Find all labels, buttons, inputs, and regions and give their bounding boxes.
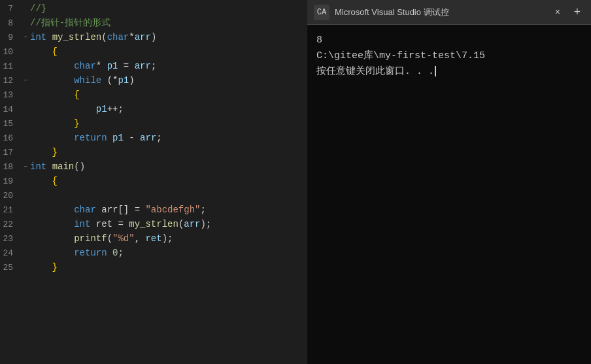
code-text: return p1 - arr; <box>30 131 162 145</box>
fold-button[interactable]: − <box>21 77 30 84</box>
terminal-output-line1: 8 <box>316 33 582 48</box>
code-text: } <box>30 260 58 274</box>
code-text: char arr[] = "abcdefgh"; <box>30 203 206 217</box>
code-row: 9−int my_strlen(char*arr) <box>0 30 211 44</box>
main-layout: 7//}8//指针-指针的形式9−int my_strlen(char*arr)… <box>0 0 591 364</box>
code-row: 12− while (*p1) <box>0 73 211 88</box>
line-number: 18 <box>0 162 18 172</box>
code-row: 19 { <box>0 174 211 188</box>
code-row: 11 char* p1 = arr; <box>0 59 211 73</box>
code-row: 20 <box>0 188 211 203</box>
code-row: 17 } <box>0 145 211 159</box>
code-row: 24 return 0; <box>0 246 211 260</box>
code-text: int my_strlen(char*arr) <box>30 30 156 44</box>
code-row: 7//} <box>0 1 211 16</box>
line-number: 20 <box>0 191 18 201</box>
line-number: 25 <box>0 263 18 273</box>
line-number: 12 <box>0 76 18 86</box>
line-number: 21 <box>0 205 18 215</box>
terminal-output-line3: 按任意键关闭此窗口. . . <box>316 64 582 80</box>
code-row: 16 return p1 - arr; <box>0 131 211 145</box>
line-number: 22 <box>0 220 18 229</box>
line-number: 7 <box>0 4 18 14</box>
terminal-add-button[interactable]: + <box>570 5 584 20</box>
code-text: //} <box>30 1 46 16</box>
code-text: printf("%d", ret); <box>30 231 173 246</box>
line-number: 15 <box>0 119 18 129</box>
code-text: char* p1 = arr; <box>30 59 156 73</box>
code-row: 23 printf("%d", ret); <box>0 231 211 246</box>
code-text: int main() <box>30 159 85 174</box>
line-number: 24 <box>0 248 18 258</box>
line-number: 9 <box>0 33 18 42</box>
terminal-titlebar: CA Microsoft Visual Studio 调试控 × + <box>307 0 591 25</box>
terminal-icon-label: CA <box>317 8 326 17</box>
line-number: 10 <box>0 47 18 57</box>
code-text: int ret = my_strlen(arr); <box>30 217 211 231</box>
code-row: 22 int ret = my_strlen(arr); <box>0 217 211 231</box>
line-number: 19 <box>0 176 18 186</box>
code-row: 14 p1++; <box>0 102 211 116</box>
terminal-close-button[interactable]: × <box>550 5 565 20</box>
fold-button[interactable]: − <box>21 163 30 171</box>
line-number: 13 <box>0 90 18 100</box>
terminal-output-line2: C:\gitee库\my-first-test\7.15 <box>316 48 582 64</box>
code-editor[interactable]: 7//}8//指针-指针的形式9−int my_strlen(char*arr)… <box>0 0 211 364</box>
line-number: 17 <box>0 148 18 157</box>
cursor <box>435 66 436 76</box>
line-number: 8 <box>0 18 18 28</box>
terminal-title: Microsoft Visual Studio 调试控 <box>335 7 545 18</box>
code-text: { <box>30 88 80 102</box>
code-text: p1++; <box>30 102 124 116</box>
code-row: 13 { <box>0 88 211 102</box>
code-text: return 0; <box>30 246 124 260</box>
code-row: 15 } <box>0 116 211 131</box>
line-number: 16 <box>0 133 18 143</box>
line-number: 11 <box>0 61 18 71</box>
code-row: 18−int main() <box>0 159 211 174</box>
code-text: } <box>30 145 58 159</box>
line-number: 14 <box>0 105 18 114</box>
code-row: 21 char arr[] = "abcdefgh"; <box>0 203 211 217</box>
code-row: 10 { <box>0 44 211 59</box>
code-row: 8//指针-指针的形式 <box>0 16 211 30</box>
fold-button[interactable]: − <box>21 34 30 41</box>
code-row: 25 } <box>0 260 211 274</box>
terminal-panel: CA Microsoft Visual Studio 调试控 × + 8 C:\… <box>307 0 591 364</box>
terminal-icon: CA <box>314 5 329 20</box>
code-text: { <box>30 44 58 59</box>
editor-panel: 7//}8//指针-指针的形式9−int my_strlen(char*arr)… <box>0 0 307 364</box>
terminal-body[interactable]: 8 C:\gitee库\my-first-test\7.15 按任意键关闭此窗口… <box>307 25 591 364</box>
line-number: 23 <box>0 234 18 244</box>
code-text: while (*p1) <box>30 73 135 88</box>
code-text: { <box>30 174 58 188</box>
code-text: //指针-指针的形式 <box>30 16 110 30</box>
code-text: } <box>30 116 80 131</box>
